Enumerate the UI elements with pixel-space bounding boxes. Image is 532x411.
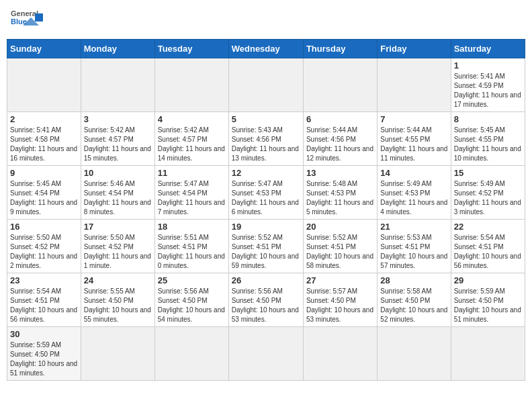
calendar-cell — [7, 58, 81, 112]
day-number: 9 — [10, 168, 78, 178]
calendar-cell: 19Sunrise: 5:52 AM Sunset: 4:51 PM Dayli… — [228, 220, 303, 273]
day-number: 28 — [380, 275, 447, 285]
day-info: Sunrise: 5:53 AM Sunset: 4:51 PM Dayligh… — [380, 233, 447, 271]
week-row-6: 30Sunrise: 5:59 AM Sunset: 4:50 PM Dayli… — [7, 327, 525, 381]
calendar-cell: 6Sunrise: 5:44 AM Sunset: 4:56 PM Daylig… — [303, 112, 377, 166]
calendar-cell: 4Sunrise: 5:42 AM Sunset: 4:57 PM Daylig… — [154, 112, 228, 166]
day-number: 6 — [306, 114, 374, 124]
day-info: Sunrise: 5:54 AM Sunset: 4:51 PM Dayligh… — [10, 287, 78, 324]
calendar-cell — [154, 58, 228, 112]
day-info: Sunrise: 5:55 AM Sunset: 4:50 PM Dayligh… — [84, 287, 152, 324]
day-number: 1 — [454, 60, 522, 71]
calendar-cell — [154, 327, 228, 381]
calendar-cell: 14Sunrise: 5:49 AM Sunset: 4:53 PM Dayli… — [378, 166, 451, 220]
weekday-header-friday: Friday — [378, 40, 451, 58]
day-number: 17 — [84, 222, 152, 232]
day-info: Sunrise: 5:47 AM Sunset: 4:54 PM Dayligh… — [158, 179, 226, 217]
calendar-cell: 1Sunrise: 5:41 AM Sunset: 4:59 PM Daylig… — [451, 58, 525, 112]
day-info: Sunrise: 5:44 AM Sunset: 4:55 PM Dayligh… — [380, 126, 447, 163]
calendar-cell: 22Sunrise: 5:54 AM Sunset: 4:51 PM Dayli… — [451, 220, 525, 273]
day-number: 8 — [454, 114, 522, 124]
day-info: Sunrise: 5:42 AM Sunset: 4:57 PM Dayligh… — [158, 126, 226, 163]
weekday-header-monday: Monday — [81, 40, 154, 58]
calendar-cell — [81, 327, 154, 381]
calendar-cell: 15Sunrise: 5:49 AM Sunset: 4:52 PM Dayli… — [451, 166, 525, 220]
day-info: Sunrise: 5:50 AM Sunset: 4:52 PM Dayligh… — [10, 233, 78, 271]
day-info: Sunrise: 5:51 AM Sunset: 4:51 PM Dayligh… — [158, 233, 226, 271]
day-number: 27 — [306, 275, 374, 285]
calendar-cell — [378, 327, 451, 381]
logo-svg: General Blue — [9, 7, 43, 34]
day-info: Sunrise: 5:42 AM Sunset: 4:57 PM Dayligh… — [84, 126, 152, 163]
calendar-cell: 12Sunrise: 5:47 AM Sunset: 4:53 PM Dayli… — [228, 166, 303, 220]
day-info: Sunrise: 5:45 AM Sunset: 4:54 PM Dayligh… — [10, 179, 78, 217]
day-info: Sunrise: 5:48 AM Sunset: 4:53 PM Dayligh… — [306, 179, 374, 217]
day-info: Sunrise: 5:47 AM Sunset: 4:53 PM Dayligh… — [232, 179, 300, 217]
day-info: Sunrise: 5:45 AM Sunset: 4:55 PM Dayligh… — [454, 126, 522, 163]
day-number: 19 — [232, 222, 300, 232]
day-number: 4 — [158, 114, 226, 124]
day-info: Sunrise: 5:56 AM Sunset: 4:50 PM Dayligh… — [158, 287, 226, 324]
calendar-cell: 30Sunrise: 5:59 AM Sunset: 4:50 PM Dayli… — [7, 327, 81, 381]
day-info: Sunrise: 5:59 AM Sunset: 4:50 PM Dayligh… — [454, 287, 522, 324]
day-info: Sunrise: 5:41 AM Sunset: 4:59 PM Dayligh… — [454, 72, 522, 109]
day-number: 16 — [10, 222, 78, 232]
calendar-cell: 23Sunrise: 5:54 AM Sunset: 4:51 PM Dayli… — [7, 273, 81, 327]
day-number: 18 — [158, 222, 226, 232]
week-row-1: 1Sunrise: 5:41 AM Sunset: 4:59 PM Daylig… — [7, 58, 525, 112]
day-info: Sunrise: 5:52 AM Sunset: 4:51 PM Dayligh… — [232, 233, 300, 271]
calendar-cell: 21Sunrise: 5:53 AM Sunset: 4:51 PM Dayli… — [378, 220, 451, 273]
day-info: Sunrise: 5:52 AM Sunset: 4:51 PM Dayligh… — [306, 233, 374, 271]
calendar-cell: 5Sunrise: 5:43 AM Sunset: 4:56 PM Daylig… — [228, 112, 303, 166]
calendar-cell — [81, 58, 154, 112]
week-row-2: 2Sunrise: 5:41 AM Sunset: 4:58 PM Daylig… — [7, 112, 525, 166]
calendar-cell: 27Sunrise: 5:57 AM Sunset: 4:50 PM Dayli… — [303, 273, 377, 327]
logo: General Blue — [9, 7, 43, 34]
calendar-cell: 20Sunrise: 5:52 AM Sunset: 4:51 PM Dayli… — [303, 220, 377, 273]
calendar-cell: 26Sunrise: 5:56 AM Sunset: 4:50 PM Dayli… — [228, 273, 303, 327]
day-info: Sunrise: 5:56 AM Sunset: 4:50 PM Dayligh… — [232, 287, 300, 324]
calendar-cell: 10Sunrise: 5:46 AM Sunset: 4:54 PM Dayli… — [81, 166, 154, 220]
calendar-cell — [378, 58, 451, 112]
day-info: Sunrise: 5:58 AM Sunset: 4:50 PM Dayligh… — [380, 287, 447, 324]
day-info: Sunrise: 5:43 AM Sunset: 4:56 PM Dayligh… — [232, 126, 300, 163]
calendar-cell: 8Sunrise: 5:45 AM Sunset: 4:55 PM Daylig… — [451, 112, 525, 166]
day-info: Sunrise: 5:57 AM Sunset: 4:50 PM Dayligh… — [306, 287, 374, 324]
day-number: 3 — [84, 114, 152, 124]
calendar-cell: 16Sunrise: 5:50 AM Sunset: 4:52 PM Dayli… — [7, 220, 81, 273]
weekday-header-tuesday: Tuesday — [154, 40, 228, 58]
calendar-cell: 13Sunrise: 5:48 AM Sunset: 4:53 PM Dayli… — [303, 166, 377, 220]
weekday-header-thursday: Thursday — [303, 40, 377, 58]
calendar-cell: 11Sunrise: 5:47 AM Sunset: 4:54 PM Dayli… — [154, 166, 228, 220]
svg-text:General: General — [11, 9, 38, 17]
day-number: 15 — [454, 168, 522, 178]
day-number: 12 — [232, 168, 300, 178]
day-number: 5 — [232, 114, 300, 124]
page-header: General Blue — [7, 7, 525, 34]
calendar-cell — [228, 58, 303, 112]
day-number: 26 — [232, 275, 300, 285]
day-number: 25 — [158, 275, 226, 285]
calendar-cell: 2Sunrise: 5:41 AM Sunset: 4:58 PM Daylig… — [7, 112, 81, 166]
day-number: 2 — [10, 114, 78, 124]
week-row-5: 23Sunrise: 5:54 AM Sunset: 4:51 PM Dayli… — [7, 273, 525, 327]
calendar-cell: 28Sunrise: 5:58 AM Sunset: 4:50 PM Dayli… — [378, 273, 451, 327]
weekday-header-wednesday: Wednesday — [228, 40, 303, 58]
day-info: Sunrise: 5:46 AM Sunset: 4:54 PM Dayligh… — [84, 179, 152, 217]
day-number: 10 — [84, 168, 152, 178]
day-number: 23 — [10, 275, 78, 285]
day-number: 29 — [454, 275, 522, 285]
calendar-cell — [303, 327, 377, 381]
day-number: 21 — [380, 222, 447, 232]
calendar: SundayMondayTuesdayWednesdayThursdayFrid… — [7, 39, 525, 381]
calendar-cell: 7Sunrise: 5:44 AM Sunset: 4:55 PM Daylig… — [378, 112, 451, 166]
weekday-header-sunday: Sunday — [7, 40, 81, 58]
svg-marker-3 — [35, 13, 43, 21]
calendar-cell: 29Sunrise: 5:59 AM Sunset: 4:50 PM Dayli… — [451, 273, 525, 327]
day-info: Sunrise: 5:50 AM Sunset: 4:52 PM Dayligh… — [84, 233, 152, 271]
calendar-cell: 18Sunrise: 5:51 AM Sunset: 4:51 PM Dayli… — [154, 220, 228, 273]
day-info: Sunrise: 5:49 AM Sunset: 4:53 PM Dayligh… — [380, 179, 447, 217]
day-number: 14 — [380, 168, 447, 178]
calendar-cell: 17Sunrise: 5:50 AM Sunset: 4:52 PM Dayli… — [81, 220, 154, 273]
calendar-cell: 9Sunrise: 5:45 AM Sunset: 4:54 PM Daylig… — [7, 166, 81, 220]
